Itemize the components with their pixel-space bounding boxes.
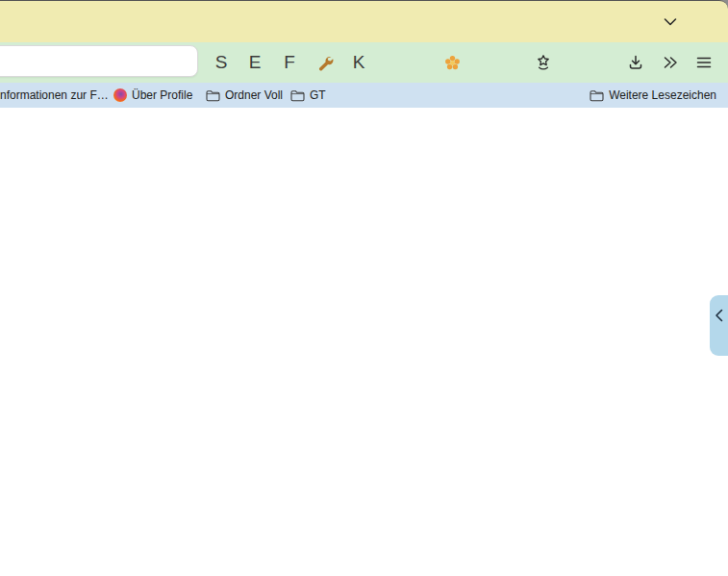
bookmark-folder-ordner-voll[interactable]: Ordner Voll xyxy=(206,83,283,108)
bookmarks-bar: nformationen zur F… Über Profile Ordner … xyxy=(0,83,728,108)
firefox-logo-icon xyxy=(113,88,127,102)
bookmark-label: nformationen zur F… xyxy=(0,88,109,102)
tabs-dropdown-button[interactable] xyxy=(657,13,684,32)
extension-letter: F xyxy=(284,52,295,73)
bookmark-folder-weitere-lesezeichen[interactable]: Weitere Lesezeichen xyxy=(590,83,716,108)
extension-button-k[interactable]: K xyxy=(345,42,372,83)
bookmark-item-informationen[interactable]: nformationen zur F… xyxy=(0,83,109,108)
extension-button-f[interactable]: F xyxy=(276,42,303,83)
extension-button-s[interactable]: S xyxy=(208,42,235,83)
extension-letter: K xyxy=(353,52,365,73)
chevron-left-icon xyxy=(715,309,723,356)
hamburger-menu-icon xyxy=(696,56,712,69)
wrench-icon xyxy=(317,55,334,71)
extension-button-wrench[interactable] xyxy=(312,42,339,83)
extension-letter: S xyxy=(215,52,228,73)
download-icon xyxy=(627,54,644,71)
address-bar-input[interactable] xyxy=(0,45,198,77)
folder-icon xyxy=(206,89,220,102)
page-content xyxy=(0,108,728,576)
extension-button-flower[interactable] xyxy=(439,42,465,83)
folder-icon xyxy=(290,89,305,102)
extension-button-e[interactable]: E xyxy=(241,42,268,83)
flower-icon xyxy=(444,55,461,71)
star-tray-icon xyxy=(535,54,552,72)
side-panel-handle[interactable] xyxy=(710,295,728,356)
double-chevron-right-icon xyxy=(662,55,679,70)
bookmark-label: Ordner Voll xyxy=(225,88,283,102)
tab-bar xyxy=(0,0,728,42)
bookmark-star-button[interactable] xyxy=(530,42,557,83)
chevron-down-icon xyxy=(663,17,678,27)
toolbar-overflow-button[interactable] xyxy=(657,42,684,83)
bookmark-label: GT xyxy=(310,88,326,102)
bookmark-item-ueber-profile[interactable]: Über Profile xyxy=(113,83,192,108)
browser-window: S E F K xyxy=(0,0,728,576)
app-menu-button[interactable] xyxy=(690,42,717,83)
folder-icon xyxy=(590,89,604,102)
bookmark-folder-gt[interactable]: GT xyxy=(290,83,326,108)
downloads-button[interactable] xyxy=(622,42,649,83)
navigation-toolbar: S E F K xyxy=(0,42,728,83)
bookmark-label: Weitere Lesezeichen xyxy=(609,88,716,102)
bookmark-label: Über Profile xyxy=(132,88,192,102)
extension-letter: E xyxy=(249,52,262,73)
